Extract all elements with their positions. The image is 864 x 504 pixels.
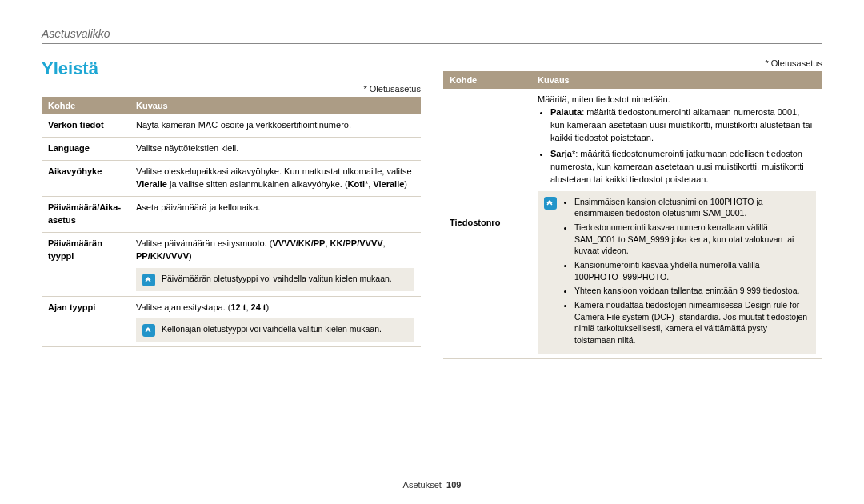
table-cell-kohde: Ajan tyyppi bbox=[42, 296, 130, 347]
th-kuvaus-r: Kuvaus bbox=[531, 71, 822, 89]
section-title: Yleistä bbox=[42, 58, 421, 79]
default-note-right: * Oletusasetus bbox=[443, 58, 822, 68]
list-item: Sarja*: määritä tiedostonumerointi jatku… bbox=[550, 148, 816, 186]
list-item: Ensimmäisen kansion oletusnimi on 100PHO… bbox=[574, 196, 810, 219]
divider bbox=[42, 43, 822, 44]
th-kohde-r: Kohde bbox=[443, 71, 531, 89]
table-cell-kuvaus: Valitse päivämäärän esitysmuoto. (VVVV/K… bbox=[130, 232, 421, 296]
default-note-left: * Oletusasetus bbox=[42, 84, 421, 94]
note-text: Päivämäärän oletustyyppi voi vaihdella v… bbox=[162, 273, 392, 285]
table-cell-kuvaus: Aseta päivämäärä ja kellonaika. bbox=[130, 196, 421, 232]
list-item: Tiedostonumerointi kasvaa numero kerrall… bbox=[574, 222, 810, 257]
left-table: Kohde Kuvaus Verkon tiedotNäytä kameran … bbox=[42, 97, 421, 347]
list-item: Kamera noudattaa tiedostojen nimeämisess… bbox=[574, 299, 810, 346]
note-box-tiedostonro: Ensimmäisen kansion oletusnimi on 100PHO… bbox=[538, 191, 816, 354]
list-item: Kansionumerointi kasvaa yhdellä numeroll… bbox=[574, 259, 810, 282]
tiedostonro-intro: Määritä, miten tiedostot nimetään. bbox=[538, 94, 816, 106]
table-cell-kohde: Aikavyöhyke bbox=[42, 160, 130, 196]
tiedostonro-kuvaus: Määritä, miten tiedostot nimetään. Palau… bbox=[531, 89, 822, 358]
left-column: Yleistä * Oletusasetus Kohde Kuvaus Verk… bbox=[42, 58, 421, 359]
note-icon bbox=[544, 197, 557, 210]
content-columns: Yleistä * Oletusasetus Kohde Kuvaus Verk… bbox=[42, 58, 822, 359]
breadcrumb: Asetusvalikko bbox=[42, 27, 822, 40]
note-text: Kellonajan oletustyyppi voi vaihdella va… bbox=[162, 323, 382, 335]
table-cell-kohde: Verkon tiedot bbox=[42, 114, 130, 137]
right-table: Kohde Kuvaus Tiedostonro Määritä, miten … bbox=[443, 71, 822, 359]
table-cell-kuvaus: Valitse näyttötekstien kieli. bbox=[130, 137, 421, 160]
note-bullets: Ensimmäisen kansion oletusnimi on 100PHO… bbox=[574, 196, 810, 349]
footer-page: 109 bbox=[446, 480, 461, 490]
list-item: Palauta: määritä tiedostonumerointi alka… bbox=[550, 106, 816, 145]
note-box: Kellonajan oletustyyppi voi vaihdella va… bbox=[136, 318, 414, 342]
tiedostonro-bullets: Palauta: määritä tiedostonumerointi alka… bbox=[550, 106, 816, 186]
footer-section: Asetukset bbox=[403, 480, 442, 490]
right-column: * Oletusasetus Kohde Kuvaus Tiedostonro … bbox=[443, 58, 822, 359]
note-box: Päivämäärän oletustyyppi voi vaihdella v… bbox=[136, 268, 414, 291]
table-cell-kohde: Päivämäärä/Aika-asetus bbox=[42, 196, 130, 232]
note-icon bbox=[142, 274, 155, 286]
th-kohde: Kohde bbox=[42, 97, 130, 114]
table-cell-kuvaus: Valitse ajan esitystapa. (12 t, 24 t)Kel… bbox=[130, 296, 421, 347]
table-cell-kohde: Päivämäärän tyyppi bbox=[42, 232, 130, 296]
table-cell-kohde: Language bbox=[42, 137, 130, 160]
list-item: Yhteen kansioon voidaan tallentaa enintä… bbox=[574, 285, 810, 297]
th-kuvaus: Kuvaus bbox=[130, 97, 421, 114]
table-cell-kuvaus: Valitse oleskelupaikkasi aikavyöhyke. Ku… bbox=[130, 160, 421, 196]
tiedostonro-kohde: Tiedostonro bbox=[443, 89, 531, 358]
note-icon bbox=[142, 324, 155, 337]
table-cell-kuvaus: Näytä kameran MAC-osoite ja verkkosertif… bbox=[130, 114, 421, 137]
footer: Asetukset 109 bbox=[0, 480, 864, 490]
